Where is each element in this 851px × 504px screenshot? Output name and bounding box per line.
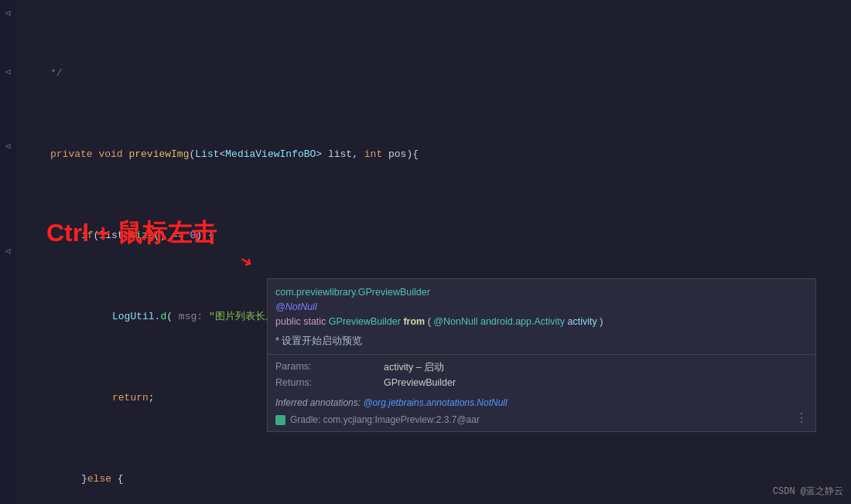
code-line-1: */ — [50, 65, 843, 81]
code-area: ◁ ◁ ◁ ◁ — [0, 0, 851, 504]
returns-label: Returns: — [275, 377, 376, 388]
tooltip-more-icon: ⋮ — [795, 410, 808, 425]
code-line-6: } else { — [50, 471, 843, 487]
csdn-badge: CSDN @蓝之静云 — [773, 485, 843, 498]
tooltip-annotation-line: @NotNull — [275, 300, 808, 315]
tooltip-params-section: Params: activity – 启动 Returns: GPreviewB… — [268, 355, 815, 394]
left-sidebar: ◁ ◁ ◁ ◁ — [0, 0, 15, 504]
gradle-icon — [275, 415, 285, 425]
tooltip-inferred: Inferred annotations: @org.jetbrains.ann… — [268, 394, 815, 413]
sidebar-icon-1: ◁ — [2, 8, 13, 19]
params-value: activity – 启动 — [384, 361, 808, 374]
line-numbers — [15, 0, 43, 504]
tooltip-gradle: Gradle: com.ycjiang:ImagePreview:2.3.7@a… — [268, 413, 815, 431]
code-line-3: if ( list . size () == 0 ) { — [50, 227, 843, 243]
params-label: Params: — [275, 361, 376, 374]
sidebar-icon-2: ◁ — [2, 66, 13, 77]
editor-container: ◁ ◁ ◁ ◁ — [0, 0, 851, 504]
tooltip-description: * 设置开始启动预览 — [268, 332, 815, 354]
tooltip-class-path: com.previewlibrary.GPreviewBuilder — [275, 285, 808, 300]
tooltip-popup: com.previewlibrary.GPreviewBuilder @NotN… — [267, 278, 816, 432]
returns-value: GPreviewBuilder — [384, 377, 808, 388]
sidebar-icon-4: ◁ — [2, 246, 13, 257]
sidebar-icon-3: ◁ — [2, 141, 13, 152]
code-line-2: private void previewImg ( List < MediaVi… — [50, 146, 843, 162]
tooltip-signature-line: public static GPreviewBuilder from ( @No… — [275, 315, 808, 329]
tooltip-header: com.previewlibrary.GPreviewBuilder @NotN… — [268, 279, 815, 332]
